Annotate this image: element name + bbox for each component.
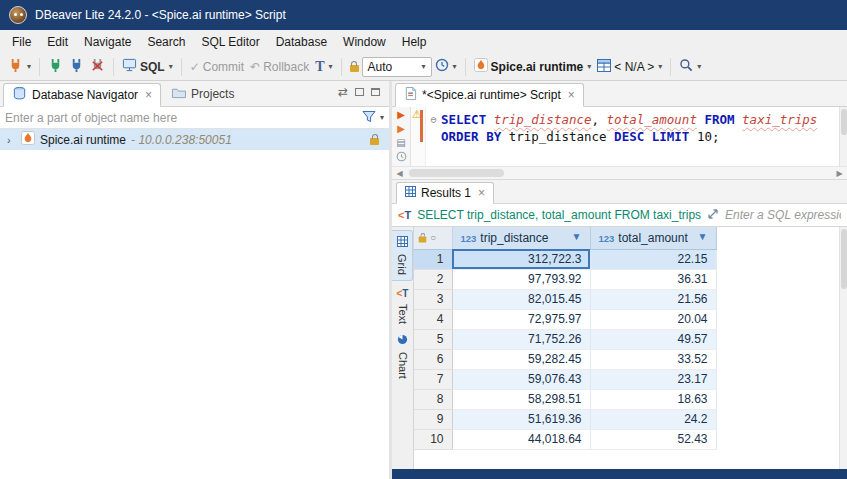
- cell-total_amount[interactable]: 23.17: [590, 369, 716, 389]
- side-tab-text[interactable]: <TText: [392, 281, 413, 329]
- link-with-editor-icon[interactable]: ⇄: [338, 85, 348, 99]
- connection-selector[interactable]: Spice.ai runtime ▾: [471, 56, 595, 77]
- side-tab-grid[interactable]: Grid: [392, 230, 413, 281]
- code-line[interactable]: ORDER BY trip_distance DESC LIMIT 10;: [426, 128, 839, 145]
- query-history-button[interactable]: ▾: [432, 56, 460, 77]
- side-tab-label: Text: [397, 304, 409, 324]
- side-tab-chart[interactable]: Chart: [392, 329, 413, 384]
- scrollbar-thumb[interactable]: [841, 109, 847, 135]
- menu-search[interactable]: Search: [139, 32, 193, 52]
- cell-trip_distance[interactable]: 59,076.43: [452, 369, 590, 389]
- close-icon[interactable]: ×: [568, 88, 575, 102]
- results-filter-bar: <T SELECT trip_distance, total_amount FR…: [392, 204, 847, 227]
- row-number[interactable]: 1: [414, 249, 452, 269]
- menu-sql-editor[interactable]: SQL Editor: [193, 32, 267, 52]
- open-sql-editor-button[interactable]: SQL ▾: [119, 56, 176, 77]
- expand-filter-icon[interactable]: [707, 208, 719, 223]
- row-number[interactable]: 7: [414, 369, 452, 389]
- tab-results-1[interactable]: Results 1 ×: [396, 182, 494, 204]
- row-number[interactable]: 2: [414, 269, 452, 289]
- connect-button[interactable]: [45, 56, 66, 78]
- cell-trip_distance[interactable]: 71,752.26: [452, 329, 590, 349]
- sort-filter-icon[interactable]: ▼: [572, 231, 582, 242]
- column-header-total_amount[interactable]: 123total_amount▼: [590, 227, 716, 249]
- autocommit-combo[interactable]: Auto ▾: [362, 57, 432, 77]
- tab-database-navigator[interactable]: Database Navigator ×: [3, 83, 161, 107]
- script-history-icon[interactable]: [396, 151, 407, 165]
- minimize-icon[interactable]: [355, 88, 364, 96]
- commit-button[interactable]: ✓ Commit: [187, 58, 247, 76]
- search-button[interactable]: ▾: [676, 56, 704, 77]
- rollback-button[interactable]: ↶ Rollback: [247, 58, 312, 76]
- cell-total_amount[interactable]: 33.52: [590, 349, 716, 369]
- cell-total_amount[interactable]: 18.63: [590, 389, 716, 409]
- fold-collapse-icon[interactable]: ⊖: [426, 114, 441, 125]
- menu-help[interactable]: Help: [394, 32, 435, 52]
- row-number[interactable]: 8: [414, 389, 452, 409]
- menu-file[interactable]: File: [4, 32, 39, 52]
- cell-trip_distance[interactable]: 312,722.3: [452, 249, 590, 269]
- scroll-right-icon[interactable]: ▶: [832, 169, 847, 178]
- cell-total_amount[interactable]: 21.56: [590, 289, 716, 309]
- chevron-down-icon[interactable]: ▾: [380, 113, 384, 122]
- reconnect-button[interactable]: [66, 56, 87, 78]
- row-number[interactable]: 3: [414, 289, 452, 309]
- cell-trip_distance[interactable]: 51,619.36: [452, 409, 590, 429]
- sql-code[interactable]: ⊖SELECT trip_distance, total_amount FROM…: [426, 107, 839, 166]
- cell-trip_distance[interactable]: 82,015.45: [452, 289, 590, 309]
- cell-trip_distance[interactable]: 59,282.45: [452, 349, 590, 369]
- scrollbar-thumb[interactable]: [409, 169, 504, 177]
- commit-icon: ✓: [190, 60, 200, 74]
- row-number[interactable]: 4: [414, 309, 452, 329]
- row-number[interactable]: 9: [414, 409, 452, 429]
- editor-horizontal-scrollbar[interactable]: ◀ ▶: [392, 167, 847, 180]
- tab-projects[interactable]: Projects: [163, 82, 242, 106]
- row-number[interactable]: 6: [414, 349, 452, 369]
- search-icon: [679, 58, 693, 75]
- cell-trip_distance[interactable]: 58,298.51: [452, 389, 590, 409]
- menu-window[interactable]: Window: [335, 32, 394, 52]
- cell-trip_distance[interactable]: 72,975.97: [452, 309, 590, 329]
- menu-edit[interactable]: Edit: [39, 32, 76, 52]
- explain-plan-icon[interactable]: ▤: [396, 137, 405, 149]
- cell-total_amount[interactable]: 20.04: [590, 309, 716, 329]
- cell-total_amount[interactable]: 52.43: [590, 429, 716, 449]
- editor-vertical-scrollbar[interactable]: [839, 107, 847, 166]
- cell-total_amount[interactable]: 49.57: [590, 329, 716, 349]
- sort-filter-icon[interactable]: ▼: [698, 231, 708, 242]
- expander-icon[interactable]: ›: [7, 134, 16, 146]
- close-icon[interactable]: ×: [145, 88, 152, 102]
- new-connection-button[interactable]: ▾: [5, 56, 34, 78]
- tab-sql-script[interactable]: *<Spice.ai runtime> Script ×: [395, 83, 584, 107]
- maximize-icon[interactable]: [371, 88, 380, 96]
- menu-navigate[interactable]: Navigate: [76, 32, 139, 52]
- row-number[interactable]: 10: [414, 429, 452, 449]
- code-line[interactable]: ⊖SELECT trip_distance, total_amount FROM…: [426, 111, 839, 128]
- close-icon[interactable]: ×: [478, 186, 485, 200]
- object-filter-input[interactable]: [5, 111, 359, 125]
- disconnect-button[interactable]: [87, 56, 108, 78]
- transaction-mode-button[interactable]: T ▾: [312, 57, 335, 77]
- schema-selector[interactable]: < N/A > ▾: [594, 57, 665, 77]
- sql-token-ident: trip_distance: [494, 112, 592, 127]
- security-lock-button[interactable]: [347, 59, 362, 74]
- cell-total_amount[interactable]: 36.31: [590, 269, 716, 289]
- sql-button-label: SQL: [140, 60, 165, 74]
- scroll-left-icon[interactable]: ◀: [392, 169, 407, 178]
- grid-corner-cell[interactable]: ○: [414, 227, 452, 249]
- cell-total_amount[interactable]: 22.15: [590, 249, 716, 269]
- scrollbar-thumb[interactable]: [841, 229, 847, 289]
- cell-trip_distance[interactable]: 97,793.92: [452, 269, 590, 289]
- connection-tree-item[interactable]: › Spice.ai runtime - 10.0.0.238:50051: [0, 129, 389, 150]
- column-header-trip_distance[interactable]: 123trip_distance▼: [452, 227, 590, 249]
- grid-vertical-scrollbar[interactable]: [839, 227, 847, 469]
- execute-script-icon[interactable]: ▶: [397, 123, 405, 135]
- toolbar-separator: [181, 58, 182, 76]
- execute-statement-icon[interactable]: ▶: [397, 109, 405, 121]
- result-filter-input[interactable]: [725, 208, 841, 222]
- menu-database[interactable]: Database: [268, 32, 335, 52]
- filter-funnel-icon[interactable]: [362, 110, 376, 126]
- cell-trip_distance[interactable]: 44,018.64: [452, 429, 590, 449]
- row-number[interactable]: 5: [414, 329, 452, 349]
- cell-total_amount[interactable]: 24.2: [590, 409, 716, 429]
